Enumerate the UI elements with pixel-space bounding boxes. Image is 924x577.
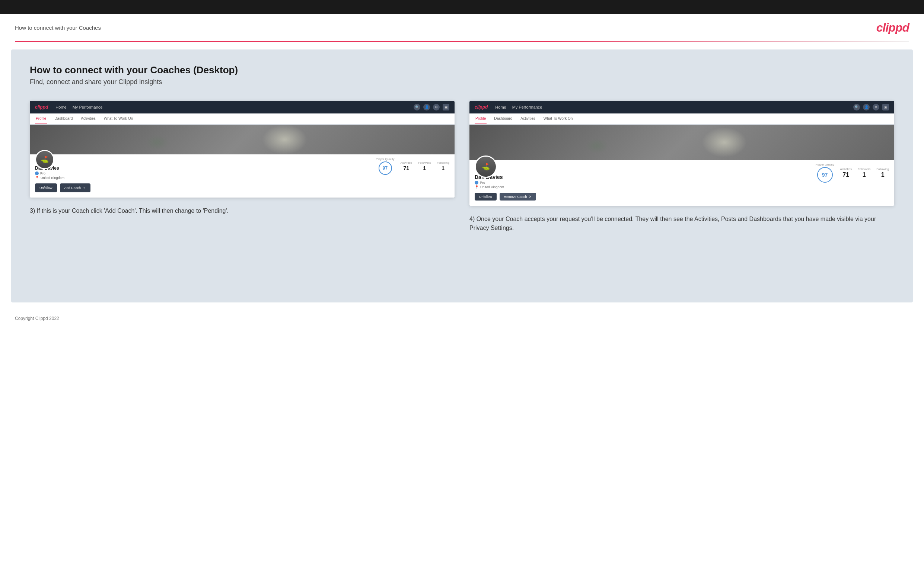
left-following-value: 1	[441, 165, 444, 171]
left-followers: Followers 1	[418, 161, 431, 171]
left-pq-value: 97	[379, 161, 392, 175]
right-activities-value: 71	[842, 171, 849, 178]
header: How to connect with your Coaches clippd	[0, 14, 924, 41]
search-icon[interactable]: 🔍	[414, 104, 420, 111]
left-following: Following 1	[437, 161, 449, 171]
plus-icon: ＋	[82, 185, 86, 190]
location-icon: 📍	[35, 176, 39, 180]
left-activities-label: Activities	[400, 161, 412, 164]
right-activities: Activities 71	[840, 168, 852, 178]
right-stats-row: Player Quality 97 Activities 71 Follower	[501, 163, 889, 183]
left-activities: Activities 71	[400, 161, 412, 171]
settings-icon[interactable]: ⚙	[433, 104, 439, 111]
right-tab-dashboard[interactable]: Dashboard	[493, 113, 513, 124]
right-mockup: clippd Home My Performance 🔍 👤 ⚙ ▣ Profi…	[470, 101, 894, 206]
left-nav-items: Home My Performance	[55, 105, 406, 110]
avatar-icon[interactable]: ▣	[443, 104, 449, 111]
verified-icon	[35, 171, 39, 175]
right-description: 4) Once your Coach accepts your request …	[470, 214, 894, 232]
right-settings-icon[interactable]: ⚙	[872, 104, 879, 111]
right-profile-info: ⛳ Player Quality 97 Activities	[470, 160, 894, 206]
footer: Copyright Clippd 2022	[0, 310, 924, 327]
main-content: How to connect with your Coaches (Deskto…	[11, 50, 913, 303]
x-icon: ✕	[529, 195, 531, 199]
left-tab-what-to-work-on[interactable]: What To Work On	[103, 113, 134, 124]
page-subheading: Find, connect and share your Clippd insi…	[30, 78, 894, 86]
left-stats-row: Player Quality 97 Activities 71 Follower	[58, 157, 449, 175]
right-pq-value: 97	[817, 167, 833, 183]
right-profile-banner	[470, 125, 894, 160]
right-unfollow-button[interactable]: Unfollow	[475, 193, 497, 200]
remove-coach-button[interactable]: Remove Coach ✕	[499, 193, 536, 200]
left-avatar: ⛳	[35, 150, 54, 169]
right-nav-home[interactable]: Home	[495, 105, 506, 110]
columns: clippd Home My Performance 🔍 👤 ⚙ ▣ Profi…	[30, 101, 894, 232]
left-nav-home[interactable]: Home	[55, 105, 66, 110]
right-player-quality: Player Quality 97	[816, 163, 834, 183]
left-navbar: clippd Home My Performance 🔍 👤 ⚙ ▣	[30, 101, 454, 113]
left-tab-activities[interactable]: Activities	[80, 113, 96, 124]
right-location-icon: 📍	[475, 185, 479, 189]
left-column: clippd Home My Performance 🔍 👤 ⚙ ▣ Profi…	[30, 101, 454, 215]
left-avatar-silhouette: ⛳	[36, 151, 53, 168]
left-mockup: clippd Home My Performance 🔍 👤 ⚙ ▣ Profi…	[30, 101, 454, 198]
right-column: clippd Home My Performance 🔍 👤 ⚙ ▣ Profi…	[470, 101, 894, 232]
right-tab-profile[interactable]: Profile	[475, 113, 486, 124]
copyright-text: Copyright Clippd 2022	[15, 316, 59, 321]
page-heading: How to connect with your Coaches (Deskto…	[30, 64, 894, 76]
right-app-logo: clippd	[475, 105, 488, 110]
right-following: Following 1	[876, 168, 889, 178]
left-activities-value: 71	[403, 165, 409, 171]
add-coach-button[interactable]: Add Coach ＋	[60, 184, 91, 192]
left-banner-overlay	[30, 125, 454, 155]
left-tabs: Profile Dashboard Activities What To Wor…	[30, 113, 454, 125]
top-bar	[0, 0, 924, 14]
clippd-logo: clippd	[876, 21, 909, 35]
right-verified-icon	[475, 181, 478, 185]
right-following-value: 1	[881, 171, 885, 178]
header-title: How to connect with your Coaches	[15, 24, 101, 31]
right-tab-what-to-work-on[interactable]: What To Work On	[543, 113, 574, 124]
user-icon[interactable]: 👤	[423, 104, 430, 111]
right-avatar-icon[interactable]: ▣	[882, 104, 889, 111]
right-followers-label: Followers	[858, 168, 871, 171]
right-followers-value: 1	[863, 171, 866, 178]
left-player-quality: Player Quality 97	[376, 157, 395, 175]
right-search-icon[interactable]: 🔍	[853, 104, 860, 111]
left-tab-dashboard[interactable]: Dashboard	[53, 113, 73, 124]
left-profile-location: 📍 United Kingdom	[35, 176, 449, 180]
left-description: 3) If this is your Coach click 'Add Coac…	[30, 206, 454, 215]
right-nav-my-performance[interactable]: My Performance	[512, 105, 543, 110]
right-followers: Followers 1	[858, 168, 871, 178]
left-following-label: Following	[437, 161, 449, 164]
right-activities-label: Activities	[840, 168, 852, 171]
right-pq-label: Player Quality	[816, 163, 834, 166]
left-tab-profile[interactable]: Profile	[35, 113, 47, 124]
right-following-label: Following	[876, 168, 889, 171]
left-profile-banner	[30, 125, 454, 155]
right-avatar: ⛳	[475, 155, 497, 178]
header-divider	[15, 41, 909, 42]
left-app-logo: clippd	[35, 105, 48, 110]
right-nav-actions: 🔍 👤 ⚙ ▣	[853, 104, 889, 111]
right-user-icon[interactable]: 👤	[863, 104, 870, 111]
right-banner-overlay	[470, 125, 894, 160]
right-profile-location: 📍 United Kingdom	[475, 185, 889, 189]
right-avatar-silhouette: ⛳	[476, 156, 496, 177]
right-nav-items: Home My Performance	[495, 105, 846, 110]
left-profile-info: ⛳ Player Quality 97 Activities	[30, 155, 454, 198]
left-nav-my-performance[interactable]: My Performance	[73, 105, 103, 110]
left-followers-value: 1	[423, 165, 426, 171]
left-followers-label: Followers	[418, 161, 431, 164]
left-nav-actions: 🔍 👤 ⚙ ▣	[414, 104, 449, 111]
left-pq-label: Player Quality	[376, 157, 395, 161]
right-profile-actions: Unfollow Remove Coach ✕	[475, 193, 889, 200]
right-navbar: clippd Home My Performance 🔍 👤 ⚙ ▣	[470, 101, 894, 113]
unfollow-button[interactable]: Unfollow	[35, 184, 57, 192]
right-tab-activities[interactable]: Activities	[520, 113, 536, 124]
left-profile-actions: Unfollow Add Coach ＋	[35, 184, 449, 192]
right-tabs: Profile Dashboard Activities What To Wor…	[470, 113, 894, 125]
